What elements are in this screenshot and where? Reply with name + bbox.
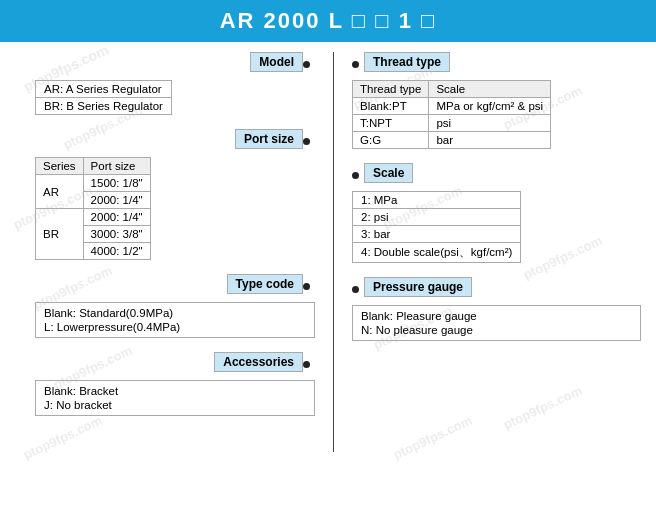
port-size-section: Port size Series Port size AR 1500: 1/8"… (15, 129, 315, 260)
table-row: Blank:PT MPa or kgf/cm² & psi (353, 98, 551, 115)
scale-row-4: 4: Double scale(psi、kgf/cm²) (353, 243, 521, 263)
pressure-gauge-section: Pressure gauge Blank: Pleasure gauge N: … (352, 277, 641, 341)
accessories-row-1: Blank: Bracket (44, 384, 306, 398)
type-code-row-1: Blank: Standard(0.9MPa) (44, 306, 306, 320)
table-row: BR 2000: 1/4" (36, 209, 151, 226)
thread-row-2-type: T:NPT (353, 115, 429, 132)
header-title: AR 2000 L □ □ 1 □ (220, 8, 437, 33)
accessories-row-2: J: No bracket (44, 398, 306, 412)
accessories-label: Accessories (214, 352, 303, 372)
pressure-gauge-row-1: Blank: Pleasure gauge (361, 309, 632, 323)
col-series: Series (36, 158, 84, 175)
table-row: 4: Double scale(psi、kgf/cm²) (353, 243, 521, 263)
thread-type-table: Thread type Scale Blank:PT MPa or kgf/cm… (352, 80, 551, 149)
table-row: AR 1500: 1/8" (36, 175, 151, 192)
accessories-section: Accessories Blank: Bracket J: No bracket (15, 352, 315, 416)
thread-row-1-type: Blank:PT (353, 98, 429, 115)
center-divider (333, 52, 334, 452)
model-section: Model AR: A Series Regulator BR: B Serie… (15, 52, 315, 115)
thread-type-label: Thread type (364, 52, 450, 72)
scale-row-2: 2: psi (353, 209, 521, 226)
table-row: 3: bar (353, 226, 521, 243)
scale-row-1: 1: MPa (353, 192, 521, 209)
table-row: 2: psi (353, 209, 521, 226)
br-size-2: 3000: 3/8" (83, 226, 150, 243)
col-port-size: Port size (83, 158, 150, 175)
type-code-dot (303, 283, 310, 290)
col-scale: Scale (429, 81, 551, 98)
port-size-label: Port size (235, 129, 303, 149)
pressure-gauge-box: Blank: Pleasure gauge N: No pleasure gau… (352, 305, 641, 341)
port-size-table: Series Port size AR 1500: 1/8" 2000: 1/4… (35, 157, 151, 260)
ar-size-2: 2000: 1/4" (83, 192, 150, 209)
pressure-gauge-label: Pressure gauge (364, 277, 472, 297)
table-row: T:NPT psi (353, 115, 551, 132)
col-thread-type: Thread type (353, 81, 429, 98)
table-header-row: Series Port size (36, 158, 151, 175)
type-code-section: Type code Blank: Standard(0.9MPa) L: Low… (15, 274, 315, 338)
model-dot (303, 61, 310, 68)
thread-row-2-scale: psi (429, 115, 551, 132)
pressure-gauge-dot (352, 286, 359, 293)
br-size-3: 4000: 1/2" (83, 243, 150, 260)
accessories-dot (303, 361, 310, 368)
thread-type-dot (352, 61, 359, 68)
model-label: Model (250, 52, 303, 72)
table-row: AR: A Series Regulator (36, 81, 172, 98)
model-row-2: BR: B Series Regulator (36, 98, 172, 115)
type-code-row-2: L: Lowerpressure(0.4MPa) (44, 320, 306, 334)
thread-row-3-scale: bar (429, 132, 551, 149)
model-table: AR: A Series Regulator BR: B Series Regu… (35, 80, 172, 115)
ar-size-1: 1500: 1/8" (83, 175, 150, 192)
scale-row-3: 3: bar (353, 226, 521, 243)
port-size-dot (303, 138, 310, 145)
type-code-box: Blank: Standard(0.9MPa) L: Lowerpressure… (35, 302, 315, 338)
table-row: 1: MPa (353, 192, 521, 209)
table-header-row: Thread type Scale (353, 81, 551, 98)
accessories-box: Blank: Bracket J: No bracket (35, 380, 315, 416)
scale-section: Scale 1: MPa 2: psi 3: bar 4: Double sca… (352, 163, 641, 263)
table-row: BR: B Series Regulator (36, 98, 172, 115)
scale-table: 1: MPa 2: psi 3: bar 4: Double scale(psi… (352, 191, 521, 263)
series-br: BR (36, 209, 84, 260)
scale-label: Scale (364, 163, 413, 183)
series-ar: AR (36, 175, 84, 209)
thread-type-section: Thread type Thread type Scale Blank:PT M… (352, 52, 641, 149)
scale-dot (352, 172, 359, 179)
page-header: AR 2000 L □ □ 1 □ (0, 0, 656, 42)
thread-row-3-type: G:G (353, 132, 429, 149)
thread-row-1-scale: MPa or kgf/cm² & psi (429, 98, 551, 115)
table-row: G:G bar (353, 132, 551, 149)
pressure-gauge-row-2: N: No pleasure gauge (361, 323, 632, 337)
model-row-1: AR: A Series Regulator (36, 81, 172, 98)
type-code-label: Type code (227, 274, 303, 294)
br-size-1: 2000: 1/4" (83, 209, 150, 226)
